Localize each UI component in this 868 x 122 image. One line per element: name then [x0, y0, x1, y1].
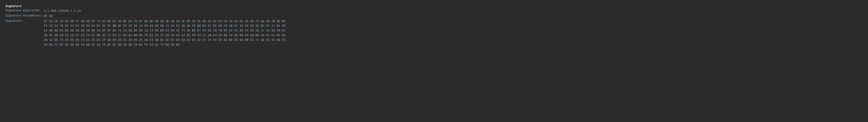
signature-hex-line: F4 76 E4 78 5C F3 F1 29 D5 04 EF DF 5F D… [44, 24, 285, 28]
signature-row: Signature: 67 32 29 13 82 EB F7 5B 2E 5F… [5, 19, 863, 48]
signature-hex-line: 48 E0 73 8F 82 8A D8 FA AB 61 1A 76 6F A… [44, 43, 285, 48]
signature-hex-line: FA 42 85 7F 2D 03 05 72 C2 FE 9C CF DA E… [44, 38, 285, 43]
signature-hex-line: 13 06 AD 83 DC 5A 2D A9 CA 8E C4 6F 6C A… [44, 28, 285, 33]
signature-label: Signature: [5, 19, 44, 23]
parameters-value: 05 00 [44, 14, 53, 19]
algorithm-value: 1.2.840.113549.1.1.11 [44, 9, 81, 13]
signature-hex-line: 67 32 29 13 82 EB F7 5B 2E 5F 72 94 DE E… [44, 19, 285, 24]
signature-hex-line: 2B B1 6B CA 55 C9 CC 15 78 E2 0A 35 7C 9… [44, 33, 285, 38]
signature-section: Signature Signature Algorithm: 1.2.840.1… [5, 4, 863, 47]
parameters-label: Signature Parameters: [5, 14, 44, 18]
algorithm-row: Signature Algorithm: 1.2.840.113549.1.1.… [5, 9, 863, 13]
section-title: Signature [5, 4, 863, 8]
algorithm-label: Signature Algorithm: [5, 9, 44, 12]
signature-value: 67 32 29 13 82 EB F7 5B 2E 5F 72 94 DE E… [44, 19, 285, 48]
parameters-row: Signature Parameters: 05 00 [5, 14, 863, 19]
